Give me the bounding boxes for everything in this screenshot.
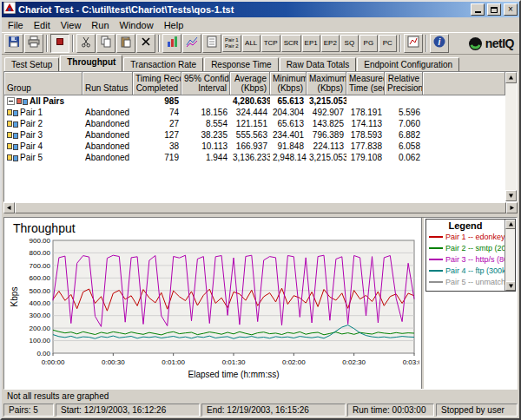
tab-endpoint-configuration[interactable]: Endpoint Configuration	[357, 57, 459, 71]
info-icon: i	[432, 35, 446, 52]
print-button[interactable]	[24, 34, 43, 53]
clipboard-icon	[119, 35, 133, 52]
bar-chart-view-button[interactable]	[162, 34, 181, 53]
view-scr-button[interactable]: SCR	[281, 35, 301, 52]
svg-text:Elapsed time (h:mm:ss): Elapsed time (h:mm:ss)	[188, 370, 279, 379]
app-icon	[3, 2, 16, 17]
paste-button[interactable]	[116, 34, 135, 53]
status-start-time: Start: 12/19/2003, 16:12:26	[56, 404, 200, 417]
view-ep1-button[interactable]: EP1	[302, 35, 320, 52]
value-cell: 1.944	[181, 152, 230, 163]
legend-item-pair-4[interactable]: Pair 4 -- ftp (300kbps)	[426, 265, 505, 276]
view-pc-button[interactable]: PC	[379, 35, 397, 52]
menu-run[interactable]: Run	[86, 19, 114, 31]
menu-file[interactable]: File	[3, 19, 29, 31]
save-button[interactable]	[4, 34, 23, 53]
svg-text:Kbps: Kbps	[10, 287, 19, 307]
title-bar[interactable]: Chariot Test - C:\util\test\Chariot\Test…	[2, 2, 519, 17]
legend-item-pair-3[interactable]: Pair 3 -- http/s (800kbps)	[426, 253, 505, 265]
scroll-right-button[interactable]	[506, 202, 518, 213]
group-label: Pair 4	[20, 141, 43, 152]
stop-run-button[interactable]	[50, 34, 69, 53]
legend-scrollbar[interactable]	[505, 220, 515, 291]
column-header-group[interactable]: Group	[4, 72, 82, 95]
tab-raw-data-totals[interactable]: Raw Data Totals	[280, 57, 357, 71]
maximize-button[interactable]	[487, 3, 501, 16]
collapse-box-icon[interactable]	[7, 97, 15, 105]
table-row-pair-3[interactable]: Pair 3Abandoned12738.235555.563234.40179…	[4, 129, 505, 141]
legend-item-pair-1[interactable]: Pair 1 -- edonkey (500kbps)	[426, 231, 505, 242]
menu-view[interactable]: View	[56, 19, 87, 31]
menu-help[interactable]: Help	[159, 19, 189, 31]
svg-text:100.00: 100.00	[30, 337, 51, 345]
svg-text:400.00: 400.00	[30, 299, 51, 307]
value-cell: 166.937	[230, 141, 270, 152]
graph-window-button[interactable]	[404, 34, 423, 53]
table-row-pair-1[interactable]: Pair 1Abandoned7418.156324.444204.304492…	[4, 107, 505, 118]
column-header-timing-records-completed[interactable]: Timing RecordsCompleted	[133, 72, 181, 95]
table-body: All Pairs9854,280.63965.6133,215.053Pair…	[4, 95, 505, 163]
pair-icon	[7, 120, 18, 128]
legend-item-pair-5[interactable]: Pair 5 -- unmatched traffic	[426, 276, 505, 287]
vertical-scroll-track[interactable]	[505, 83, 517, 190]
table-horizontal-scrollbar[interactable]	[3, 202, 518, 213]
column-header-minimum-kbps[interactable]: Minimum(Kbps)	[270, 72, 307, 95]
delete-button[interactable]	[136, 34, 155, 53]
value-cell: 5.596	[385, 107, 423, 118]
view-all-button[interactable]: ALL	[242, 35, 260, 52]
table-row-pair-5[interactable]: Pair 5Abandoned7191.9443,136.2332,948.14…	[4, 152, 505, 163]
copy-button[interactable]	[96, 34, 115, 53]
tab-transaction-rate[interactable]: Transaction Rate	[123, 57, 203, 71]
menu-window[interactable]: Window	[115, 19, 159, 31]
column-header-average-kbps[interactable]: Average(Kbps)	[230, 72, 270, 95]
menu-bar: FileEditViewRunWindowHelp	[2, 17, 519, 32]
tab-response-time[interactable]: Response Time	[204, 57, 278, 71]
value-cell: 555.563	[230, 129, 270, 141]
minimize-button[interactable]	[471, 3, 485, 16]
view-sq-button[interactable]: SQ	[340, 35, 359, 52]
table-row-all-pairs[interactable]: All Pairs9854,280.63965.6133,215.053	[4, 95, 505, 107]
legend-scroll-down-button[interactable]	[505, 281, 516, 291]
legend-scroll-up-button[interactable]	[505, 220, 516, 229]
svg-text:0:03:00: 0:03:00	[403, 358, 419, 366]
legend-item-pair-2[interactable]: Pair 2 -- smtp (200kbps)	[426, 242, 505, 253]
line-chart-view-button[interactable]	[182, 34, 201, 53]
close-button[interactable]: ×	[504, 3, 518, 16]
column-header-relative-precision[interactable]: RelativePrecision	[385, 72, 423, 95]
group-cell: Pair 3	[4, 129, 82, 141]
column-header-95-confidence-interval[interactable]: 95% ConfidenceInterval	[181, 72, 230, 95]
legend-color-swatch	[429, 247, 443, 249]
pair-filter-button[interactable]: Pair 1Pair 2	[222, 35, 241, 52]
scroll-left-button[interactable]	[3, 202, 15, 213]
scroll-up-button[interactable]	[505, 72, 517, 83]
status-pairs: Pairs: 5	[3, 404, 54, 417]
value-cell: 65.613	[270, 95, 307, 107]
table-row-pair-4[interactable]: Pair 4Abandoned3810.113166.93791.848224.…	[4, 141, 505, 152]
tab-throughput[interactable]: Throughput	[60, 55, 122, 71]
toolbar: Pair 1Pair 2ALLTCPSCREP1EP2SQPGPCi netIQ	[2, 32, 519, 55]
tab-bar: Test SetupThroughputTransaction RateResp…	[2, 55, 519, 71]
column-header-maximum-kbps[interactable]: Maximum(Kbps)	[307, 72, 346, 95]
svg-text:0:00:00: 0:00:00	[42, 358, 65, 366]
table-vertical-scrollbar[interactable]	[505, 72, 517, 201]
scroll-down-button[interactable]	[505, 190, 517, 201]
value-cell: 234.401	[270, 129, 307, 141]
tab-test-setup[interactable]: Test Setup	[4, 57, 59, 71]
column-header-run-status[interactable]: Run Status	[82, 72, 133, 95]
legend: Legend Pair 1 -- edonkey (500kbps)Pair 2…	[425, 219, 516, 292]
table-row-pair-2[interactable]: Pair 2Abandoned278.554121.15165.613143.8…	[4, 118, 505, 129]
value-cell: 7.060	[385, 118, 423, 129]
view-ep2-button[interactable]: EP2	[321, 35, 340, 52]
info-button[interactable]: i	[430, 34, 449, 53]
svg-text:i: i	[438, 37, 440, 47]
report-view-button[interactable]	[202, 34, 221, 53]
value-cell: 0.062	[385, 152, 423, 163]
chart-title: Throughput	[10, 220, 421, 235]
horizontal-scroll-thumb[interactable]	[15, 202, 506, 213]
column-header-measured-time-sec[interactable]: MeasuredTime (sec)	[346, 72, 385, 95]
view-pg-button[interactable]: PG	[359, 35, 378, 52]
value-cell: 3,215.053	[307, 152, 346, 163]
view-tcp-button[interactable]: TCP	[261, 35, 280, 52]
cut-button[interactable]	[76, 34, 96, 53]
menu-edit[interactable]: Edit	[29, 19, 56, 31]
